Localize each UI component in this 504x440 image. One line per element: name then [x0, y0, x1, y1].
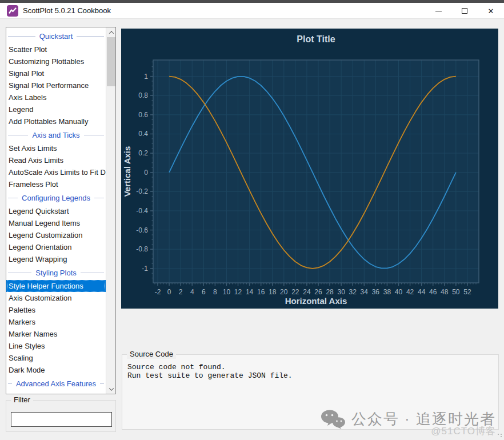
- x-tick-label: 34: [361, 288, 369, 296]
- x-tick-label: 10: [223, 288, 231, 296]
- sidebar-section-styling-plots[interactable]: Styling Plots: [6, 265, 106, 280]
- section-divider-line: [8, 198, 18, 198]
- x-tick-label: 4: [190, 288, 194, 296]
- chevron-down-icon: [109, 386, 113, 390]
- close-icon: ✕: [488, 7, 494, 15]
- section-divider-line: [94, 198, 104, 198]
- maximize-button[interactable]: [451, 3, 478, 19]
- sidebar-item-dark-mode[interactable]: Dark Mode: [6, 364, 106, 376]
- y-tick-label: -0.4: [136, 207, 148, 215]
- x-tick-label: 44: [418, 288, 426, 296]
- recipe-listbox: QuickstartScatter PlotCustomizing Plotta…: [6, 27, 116, 394]
- sidebar-item-add-plottables-manually[interactable]: Add Plottables Manually: [6, 115, 106, 127]
- x-tick-label: 42: [406, 288, 414, 296]
- sidebar-item-legend-orientation[interactable]: Legend Orientation: [6, 241, 106, 253]
- section-label: Configuring Legends: [18, 192, 94, 204]
- section-divider-line: [8, 273, 31, 273]
- sidebar-item-legend[interactable]: Legend: [6, 103, 106, 115]
- filter-input[interactable]: [11, 412, 112, 427]
- scrollbar-down-button[interactable]: [106, 384, 116, 394]
- x-tick-label: 46: [429, 288, 437, 296]
- source-code-group-label: Source Code: [127, 350, 176, 359]
- window-title: ScottPlot 5.0.21 Cookbook: [23, 6, 111, 15]
- x-tick-label: 12: [234, 288, 242, 296]
- sidebar-item-scatter-plot[interactable]: Scatter Plot: [6, 43, 106, 55]
- sidebar-item-markers[interactable]: Markers: [6, 316, 106, 328]
- titlebar: ScottPlot 5.0.21 Cookbook ✕: [0, 3, 504, 19]
- close-button[interactable]: ✕: [478, 3, 504, 19]
- minimize-button[interactable]: [425, 3, 451, 19]
- section-label: Advanced Axis Features: [12, 378, 100, 390]
- sidebar-section-configuring-legends[interactable]: Configuring Legends: [6, 190, 106, 205]
- y-tick-label: 0.2: [138, 149, 148, 157]
- x-tick-label: 8: [213, 288, 217, 296]
- section-divider-line: [8, 135, 28, 135]
- sidebar-item-signal-plot[interactable]: Signal Plot: [6, 67, 106, 79]
- sidebar-item-axis-customization[interactable]: Axis Customization: [6, 292, 106, 304]
- sidebar-item-autoscale-axis-limits-to-fit-data[interactable]: AutoScale Axis Limits to Fit Data: [6, 166, 106, 178]
- x-tick-label: 32: [349, 288, 357, 296]
- y-tick-label: -0.8: [136, 245, 148, 253]
- sidebar-item-legend-wrapping[interactable]: Legend Wrapping: [6, 253, 106, 265]
- sidebar-item-customizing-plottables[interactable]: Customizing Plottables: [6, 55, 106, 67]
- x-tick-label: 16: [257, 288, 265, 296]
- y-tick-label: -0.2: [136, 187, 148, 195]
- sidebar-item-read-axis-limits[interactable]: Read Axis Limits: [6, 154, 106, 166]
- x-tick-label: 22: [291, 288, 299, 296]
- section-divider-line: [8, 36, 35, 37]
- section-divider-line: [8, 383, 12, 384]
- sidebar-item-scaling[interactable]: Scaling: [6, 352, 106, 364]
- y-tick-label: 1: [144, 73, 148, 81]
- recipe-list-items: QuickstartScatter PlotCustomizing Plotta…: [6, 27, 106, 394]
- sidebar-section-advanced-axis-features[interactable]: Advanced Axis Features: [6, 376, 106, 391]
- sidebar-item-signal-plot-performance[interactable]: Signal Plot Performance: [6, 79, 106, 91]
- sidebar-section-axis-and-ticks[interactable]: Axis and Ticks: [6, 127, 106, 142]
- section-divider-line: [77, 36, 104, 37]
- plot-panel: -202468101214161820222426283032343638404…: [121, 29, 498, 309]
- source-code-line: Run test suite to generate JSON file.: [127, 371, 293, 380]
- sidebar-section-quickstart[interactable]: Quickstart: [6, 29, 106, 43]
- chevron-up-icon: [109, 31, 113, 35]
- sidebar-item-marker-names[interactable]: Marker Names: [6, 328, 106, 340]
- y-tick-label: 0: [144, 169, 148, 177]
- resize-grip-dots: [497, 433, 503, 438]
- y-tick-label: 0.6: [138, 111, 148, 119]
- sidebar-item-manual-legend-items[interactable]: Manual Legend Items: [6, 217, 106, 229]
- source-code-textbox[interactable]: Source code not found. Run test suite to…: [127, 363, 493, 380]
- x-tick-label: 18: [269, 288, 277, 296]
- x-tick-label: 48: [441, 288, 449, 296]
- plot-canvas[interactable]: -202468101214161820222426283032343638404…: [121, 29, 498, 309]
- filter-group-label: Filter: [11, 395, 33, 405]
- sidebar-item-set-axis-limits[interactable]: Set Axis Limits: [6, 142, 106, 154]
- plot-title: Plot Title: [297, 34, 335, 44]
- section-label: Axis and Ticks: [28, 129, 83, 141]
- sidebar-item-inverted-axis[interactable]: Inverted Axis: [6, 391, 106, 394]
- y-axis-label: Vertical Axis: [122, 146, 132, 197]
- x-tick-label: 14: [246, 288, 254, 296]
- list-scrollbar[interactable]: [106, 27, 115, 394]
- x-tick-label: -2: [155, 288, 161, 296]
- sidebar-item-legend-customization[interactable]: Legend Customization: [6, 229, 106, 241]
- sidebar-item-line-styles[interactable]: Line Styles: [6, 340, 106, 352]
- scottplot-logo-icon: [7, 5, 18, 17]
- y-tick-label: -0.6: [136, 226, 148, 234]
- y-tick-label: -1: [142, 265, 148, 273]
- sidebar-item-palettes[interactable]: Palettes: [6, 304, 106, 316]
- sidebar-item-frameless-plot[interactable]: Frameless Plot: [6, 178, 106, 190]
- y-tick-label: 0.4: [138, 130, 148, 138]
- x-tick-label: 20: [280, 288, 288, 296]
- x-tick-label: 24: [303, 288, 311, 296]
- section-divider-line: [81, 273, 104, 273]
- section-divider-line: [84, 135, 104, 135]
- minimize-icon: [435, 11, 442, 11]
- maximize-icon: [462, 8, 467, 14]
- y-tick-label: 0.8: [138, 91, 148, 99]
- scrollbar-up-button[interactable]: [106, 27, 116, 37]
- sidebar-item-style-helper-functions[interactable]: Style Helper Functions: [6, 280, 106, 292]
- sidebar-item-axis-labels[interactable]: Axis Labels: [6, 91, 106, 103]
- section-label: Quickstart: [35, 30, 77, 42]
- sidebar-item-legend-quickstart[interactable]: Legend Quickstart: [6, 205, 106, 217]
- scrollbar-thumb[interactable]: [107, 37, 115, 86]
- x-tick-label: 36: [372, 288, 380, 296]
- section-divider-line: [100, 383, 104, 384]
